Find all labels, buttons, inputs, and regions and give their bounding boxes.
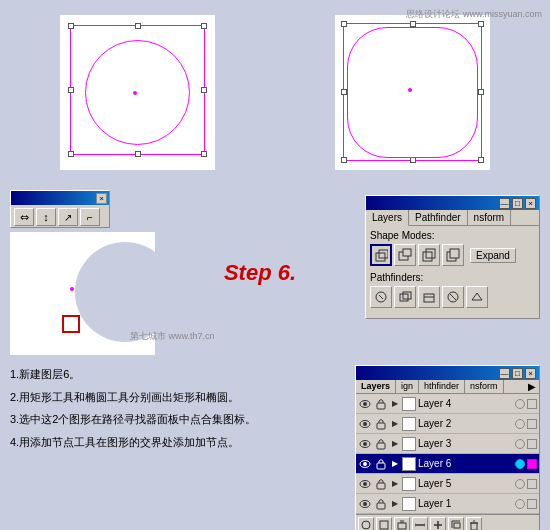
right-canvas — [335, 15, 490, 170]
layer-lock-1[interactable] — [374, 417, 388, 431]
footer-btn-trash[interactable] — [466, 517, 482, 530]
footer-btn-2[interactable] — [376, 517, 392, 530]
tab-pathfinder[interactable]: Pathfinder — [409, 210, 468, 225]
watermark-mid: 第七城市 www.th7.cn — [130, 330, 215, 343]
pf-btn-3[interactable] — [418, 286, 440, 308]
layer-arrow-2[interactable]: ▶ — [390, 439, 400, 449]
svg-rect-3 — [403, 249, 411, 256]
layer-row-2[interactable]: ▶ Layer 3 — [356, 434, 539, 454]
layers-close-btn[interactable]: × — [525, 368, 536, 379]
layers-tab-pathfinder[interactable]: hthfinder — [419, 380, 465, 393]
svg-rect-36 — [398, 523, 406, 529]
footer-btn-6[interactable] — [448, 517, 464, 530]
layer-lock-2[interactable] — [374, 437, 388, 451]
ellipse-shape — [85, 40, 190, 145]
top-section: 思络设计论坛 www.missyuan.com — [0, 0, 550, 185]
svg-marker-40 — [415, 523, 416, 527]
layers-tab-align[interactable]: ign — [396, 380, 419, 393]
tool-icon-3[interactable]: ↗ — [58, 208, 78, 226]
svg-point-32 — [363, 502, 367, 506]
center-dot — [133, 91, 137, 95]
svg-point-26 — [363, 462, 367, 466]
center-dot-r — [408, 88, 412, 92]
tool-icon-2[interactable]: ↕ — [36, 208, 56, 226]
layer-thumb-5 — [402, 497, 416, 511]
tool-icon-4[interactable]: ⌐ — [80, 208, 100, 226]
layer-arrow-0[interactable]: ▶ — [390, 399, 400, 409]
tab-transform[interactable]: nsform — [468, 210, 512, 225]
mode-btn-unite[interactable] — [370, 244, 392, 266]
pathfinder-min-btn[interactable]: — — [499, 198, 510, 209]
pf-btn-4[interactable] — [442, 286, 464, 308]
layers-title-btns: — □ × — [499, 368, 536, 379]
footer-btn-3[interactable] — [394, 517, 410, 530]
layers-footer — [356, 514, 539, 530]
layer-thumb-0 — [402, 397, 416, 411]
layers-min-btn[interactable]: — — [499, 368, 510, 379]
layer-lock-5[interactable] — [374, 497, 388, 511]
pathfinder-close-btn[interactable]: × — [525, 198, 536, 209]
middle-section: × ⇔ ↕ ↗ ⌐ Step 6. — □ — [0, 185, 550, 360]
layer-row-3[interactable]: ▶ Layer 6 — [356, 454, 539, 474]
layer-row-5[interactable]: ▶ Layer 1 — [356, 494, 539, 514]
handle-tr2 — [478, 21, 484, 27]
layer-lock-3[interactable] — [374, 457, 388, 471]
footer-btn-5[interactable] — [430, 517, 446, 530]
layer-eye-3[interactable] — [358, 457, 372, 471]
expand-button[interactable]: Expand — [470, 248, 516, 263]
layer-square-2 — [527, 439, 537, 449]
mode-btn-minus[interactable] — [394, 244, 416, 266]
rounded-rect-shape — [347, 27, 478, 158]
layers-tab-layers[interactable]: Layers — [356, 380, 396, 393]
mode-btn-exclude[interactable] — [442, 244, 464, 266]
layer-lock-0[interactable] — [374, 397, 388, 411]
mid-pink-dot — [70, 287, 74, 291]
layer-lock-4[interactable] — [374, 477, 388, 491]
tool-icons-row: ⇔ ↕ ↗ ⌐ — [11, 205, 109, 229]
layer-arrow-5[interactable]: ▶ — [390, 499, 400, 509]
footer-btn-1[interactable] — [358, 517, 374, 530]
svg-rect-0 — [376, 253, 385, 261]
tool-close-btn[interactable]: × — [96, 193, 107, 204]
layers-tab-transform[interactable]: nsform — [465, 380, 504, 393]
layer-arrow-4[interactable]: ▶ — [390, 479, 400, 489]
pf-btn-2[interactable] — [394, 286, 416, 308]
svg-point-29 — [363, 482, 367, 486]
svg-line-9 — [379, 295, 383, 299]
layer-eye-1[interactable] — [358, 417, 372, 431]
mode-btn-intersect[interactable] — [418, 244, 440, 266]
svg-rect-10 — [400, 294, 408, 301]
svg-rect-35 — [380, 521, 388, 529]
left-canvas-area — [10, 10, 265, 175]
pathfinder-max-btn[interactable]: □ — [512, 198, 523, 209]
layer-row-4[interactable]: ▶ Layer 5 — [356, 474, 539, 494]
tool-titlebar: × — [11, 191, 109, 205]
svg-rect-12 — [424, 294, 434, 302]
pathfinder-tabs: Layers Pathfinder nsform — [366, 210, 539, 226]
layer-eye-4[interactable] — [358, 477, 372, 491]
svg-point-20 — [363, 422, 367, 426]
layer-row-1[interactable]: ▶ Layer 2 — [356, 414, 539, 434]
layer-eye-5[interactable] — [358, 497, 372, 511]
layer-thumb-3 — [402, 457, 416, 471]
instructions-area: 1.新建图层6。 2.用矩形工具和椭圆工具分别画出矩形和椭圆。 3.选中这2个图… — [10, 365, 345, 525]
footer-btn-4[interactable] — [412, 517, 428, 530]
layers-tabs: Layers ign hthfinder nsform ▶ — [356, 380, 539, 394]
bottom-section: 1.新建图层6。 2.用矩形工具和椭圆工具分别画出矩形和椭圆。 3.选中这2个图… — [0, 360, 550, 530]
pf-btn-5[interactable] — [466, 286, 488, 308]
tab-layers[interactable]: Layers — [366, 210, 409, 226]
handle-bm — [135, 151, 141, 157]
layers-menu-btn[interactable]: ▶ — [525, 380, 539, 393]
svg-rect-7 — [450, 249, 459, 258]
layer-arrow-1[interactable]: ▶ — [390, 419, 400, 429]
layer-arrow-3[interactable]: ▶ — [390, 459, 400, 469]
layer-name-2: Layer 3 — [418, 438, 513, 449]
pf-btn-1[interactable] — [370, 286, 392, 308]
tool-icon-1[interactable]: ⇔ — [14, 208, 34, 226]
layer-square-4 — [527, 479, 537, 489]
layers-titlebar: — □ × — [356, 366, 539, 380]
layer-row-0[interactable]: ▶ Layer 4 — [356, 394, 539, 414]
layer-eye-0[interactable] — [358, 397, 372, 411]
layers-max-btn[interactable]: □ — [512, 368, 523, 379]
layer-eye-2[interactable] — [358, 437, 372, 451]
